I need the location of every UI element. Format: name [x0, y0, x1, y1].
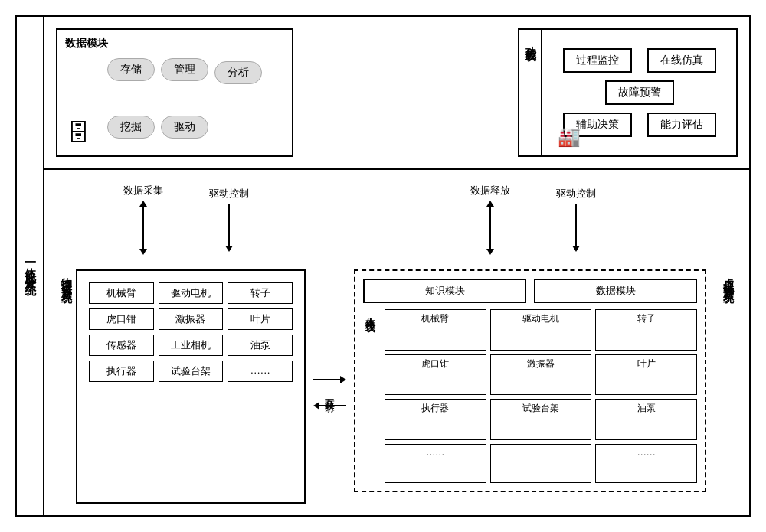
- func-module-title: 功能模块: [519, 30, 542, 155]
- data-release-label: 数据释放: [470, 184, 510, 197]
- virtual-system-wrapper: 知识模块 数据模块 本体模块 机械臂 驱动电机 转子 虎口钳 激振器 叶片: [354, 269, 738, 504]
- cloud-mine: 挖掘: [107, 116, 155, 139]
- virt-item-5: 叶片: [595, 354, 697, 396]
- virt-item-4: 激振器: [490, 354, 592, 396]
- virt-item-2: 转子: [595, 309, 697, 351]
- virtual-system-label: 虚拟试验台系统: [718, 269, 738, 504]
- db-icon: 🗄: [67, 120, 90, 146]
- drive-control-arrow-left: 驱动控制: [209, 188, 249, 252]
- exchange-label: 交互映射: [323, 390, 337, 396]
- right-arrows-area: 数据释放 驱动控制: [316, 170, 749, 269]
- outer-system-label: 一体化服务系统: [17, 17, 44, 515]
- btn-online-sim[interactable]: 在线仿真: [647, 48, 716, 73]
- double-arrow-right1: [486, 201, 494, 255]
- arrow-right: [313, 376, 346, 383]
- exchange-area: 交互映射: [306, 269, 354, 515]
- cloud-drive: 驱动: [161, 116, 208, 139]
- virt-item-10: [490, 444, 592, 484]
- func-row-1: 过程监控 在线仿真: [554, 48, 725, 73]
- phys-item-0: 机械臂: [89, 282, 154, 304]
- single-arrow-right: [572, 204, 580, 252]
- virtual-body: 本体模块 机械臂 驱动电机 转子 虎口钳 激振器 叶片 执行器 试验台架 油泵 …: [363, 309, 697, 483]
- func-module-box: 功能模块 🏭 过程监控 在线仿真 故障预警 辅助决策 能力评估: [518, 28, 738, 157]
- virt-item-11: ……: [595, 444, 697, 484]
- phys-item-5: 叶片: [228, 308, 293, 330]
- double-arrow-left1: [139, 201, 147, 255]
- btn-process-monitor[interactable]: 过程监控: [563, 48, 632, 73]
- virt-item-8: 油泵: [595, 399, 697, 440]
- virt-item-1: 驱动电机: [490, 309, 592, 351]
- virt-item-6: 执行器: [385, 399, 486, 440]
- physical-system-label: 物理试验台系统: [56, 269, 76, 504]
- data-module-title: 数据模块: [65, 36, 108, 51]
- phys-item-2: 转子: [228, 282, 293, 304]
- middle-arrows: 数据采集 驱动控制: [44, 170, 749, 269]
- bottom-section: 物理试验台系统 机械臂 驱动电机 转子 虎口钳 激振器 叶片 传感器 工业相机 …: [44, 269, 749, 515]
- phys-item-7: 工业相机: [159, 335, 224, 356]
- data-collect-label: 数据采集: [123, 184, 163, 197]
- func-row-2: 故障预警: [554, 80, 725, 105]
- body-module-title: 本体模块: [363, 309, 377, 483]
- btn-fault-warning[interactable]: 故障预警: [605, 80, 674, 105]
- drive-control-label-right: 驱动控制: [556, 188, 596, 201]
- data-collection-arrow: 数据采集: [123, 184, 163, 255]
- virtual-grid: 机械臂 驱动电机 转子 虎口钳 激振器 叶片 执行器 试验台架 油泵 …… ……: [385, 309, 697, 483]
- phys-item-1: 驱动电机: [159, 282, 224, 304]
- phys-item-6: 传感器: [89, 335, 154, 356]
- physical-system-wrapper: 物理试验台系统 机械臂 驱动电机 转子 虎口钳 激振器 叶片 传感器 工业相机 …: [56, 269, 306, 504]
- virtual-top-row: 知识模块 数据模块: [363, 279, 697, 303]
- phys-item-8: 油泵: [228, 335, 293, 356]
- cloud-manage: 管理: [161, 58, 208, 81]
- phys-item-4: 激振器: [159, 308, 224, 330]
- arrow-left: [313, 402, 346, 410]
- single-arrow-left: [225, 204, 233, 252]
- virt-item-7: 试验台架: [490, 399, 592, 440]
- left-arrows-area: 数据采集 驱动控制: [44, 170, 316, 269]
- btn-knowledge-module[interactable]: 知识模块: [363, 279, 526, 303]
- physical-system-box: 机械臂 驱动电机 转子 虎口钳 激振器 叶片 传感器 工业相机 油泵 执行器 试…: [76, 269, 306, 504]
- physical-grid: 机械臂 驱动电机 转子 虎口钳 激振器 叶片 传感器 工业相机 油泵 执行器 试…: [85, 279, 296, 386]
- phys-item-10: 试验台架: [159, 361, 224, 382]
- virt-item-0: 机械臂: [385, 309, 486, 351]
- phys-item-11: ……: [228, 361, 293, 382]
- btn-capacity-eval[interactable]: 能力评估: [647, 113, 716, 137]
- cloud-store: 存储: [107, 58, 155, 81]
- data-release-arrow: 数据释放: [470, 184, 510, 255]
- data-module-box: 数据模块 🗄 存储 管理 分析 挖掘 驱动: [56, 28, 293, 157]
- drive-control-arrow-right: 驱动控制: [556, 188, 596, 252]
- phys-item-9: 执行器: [89, 361, 154, 382]
- phys-item-3: 虎口钳: [89, 308, 154, 330]
- virtual-system-box: 知识模块 数据模块 本体模块 机械臂 驱动电机 转子 虎口钳 激振器 叶片: [354, 269, 706, 492]
- drive-control-label-left: 驱动控制: [209, 188, 249, 201]
- virt-item-3: 虎口钳: [385, 354, 486, 396]
- virt-item-9: ……: [385, 444, 486, 484]
- cloud-analyze: 分析: [214, 61, 262, 84]
- btn-data-module[interactable]: 数据模块: [534, 279, 697, 303]
- machine-icon: 🏭: [558, 126, 581, 148]
